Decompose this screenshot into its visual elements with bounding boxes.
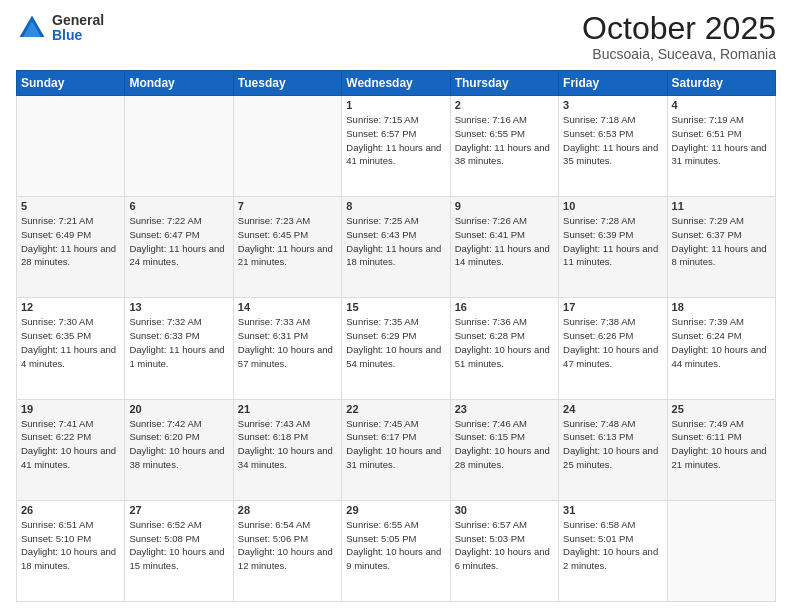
location-subtitle: Bucsoaia, Suceava, Romania [582,46,776,62]
table-row [667,500,775,601]
day-number: 12 [21,301,120,313]
day-number: 20 [129,403,228,415]
day-number: 21 [238,403,337,415]
calendar-week-row: 26Sunrise: 6:51 AM Sunset: 5:10 PM Dayli… [17,500,776,601]
day-info: Sunrise: 7:46 AM Sunset: 6:15 PM Dayligh… [455,417,554,472]
calendar-table: Sunday Monday Tuesday Wednesday Thursday… [16,70,776,602]
logo-icon [16,12,48,44]
day-number: 8 [346,200,445,212]
col-sunday: Sunday [17,71,125,96]
table-row: 26Sunrise: 6:51 AM Sunset: 5:10 PM Dayli… [17,500,125,601]
day-number: 31 [563,504,662,516]
day-info: Sunrise: 7:32 AM Sunset: 6:33 PM Dayligh… [129,315,228,370]
calendar-week-row: 19Sunrise: 7:41 AM Sunset: 6:22 PM Dayli… [17,399,776,500]
table-row [233,96,341,197]
table-row [17,96,125,197]
day-info: Sunrise: 6:58 AM Sunset: 5:01 PM Dayligh… [563,518,662,573]
table-row: 29Sunrise: 6:55 AM Sunset: 5:05 PM Dayli… [342,500,450,601]
col-wednesday: Wednesday [342,71,450,96]
table-row: 16Sunrise: 7:36 AM Sunset: 6:28 PM Dayli… [450,298,558,399]
day-number: 11 [672,200,771,212]
day-number: 9 [455,200,554,212]
day-number: 22 [346,403,445,415]
logo-general-text: General [52,13,104,28]
day-number: 3 [563,99,662,111]
day-number: 7 [238,200,337,212]
table-row: 14Sunrise: 7:33 AM Sunset: 6:31 PM Dayli… [233,298,341,399]
day-info: Sunrise: 7:19 AM Sunset: 6:51 PM Dayligh… [672,113,771,168]
col-saturday: Saturday [667,71,775,96]
day-info: Sunrise: 6:51 AM Sunset: 5:10 PM Dayligh… [21,518,120,573]
logo-blue-text: Blue [52,28,104,43]
table-row: 10Sunrise: 7:28 AM Sunset: 6:39 PM Dayli… [559,197,667,298]
table-row: 23Sunrise: 7:46 AM Sunset: 6:15 PM Dayli… [450,399,558,500]
day-info: Sunrise: 7:16 AM Sunset: 6:55 PM Dayligh… [455,113,554,168]
day-info: Sunrise: 7:26 AM Sunset: 6:41 PM Dayligh… [455,214,554,269]
day-number: 1 [346,99,445,111]
table-row [125,96,233,197]
col-friday: Friday [559,71,667,96]
day-number: 14 [238,301,337,313]
day-info: Sunrise: 7:48 AM Sunset: 6:13 PM Dayligh… [563,417,662,472]
day-number: 17 [563,301,662,313]
table-row: 9Sunrise: 7:26 AM Sunset: 6:41 PM Daylig… [450,197,558,298]
day-number: 26 [21,504,120,516]
table-row: 17Sunrise: 7:38 AM Sunset: 6:26 PM Dayli… [559,298,667,399]
table-row: 2Sunrise: 7:16 AM Sunset: 6:55 PM Daylig… [450,96,558,197]
day-info: Sunrise: 7:41 AM Sunset: 6:22 PM Dayligh… [21,417,120,472]
day-info: Sunrise: 7:33 AM Sunset: 6:31 PM Dayligh… [238,315,337,370]
calendar-header-row: Sunday Monday Tuesday Wednesday Thursday… [17,71,776,96]
calendar-week-row: 5Sunrise: 7:21 AM Sunset: 6:49 PM Daylig… [17,197,776,298]
day-info: Sunrise: 7:29 AM Sunset: 6:37 PM Dayligh… [672,214,771,269]
day-info: Sunrise: 7:23 AM Sunset: 6:45 PM Dayligh… [238,214,337,269]
table-row: 11Sunrise: 7:29 AM Sunset: 6:37 PM Dayli… [667,197,775,298]
calendar-week-row: 1Sunrise: 7:15 AM Sunset: 6:57 PM Daylig… [17,96,776,197]
day-info: Sunrise: 7:30 AM Sunset: 6:35 PM Dayligh… [21,315,120,370]
table-row: 27Sunrise: 6:52 AM Sunset: 5:08 PM Dayli… [125,500,233,601]
table-row: 4Sunrise: 7:19 AM Sunset: 6:51 PM Daylig… [667,96,775,197]
day-number: 29 [346,504,445,516]
table-row: 12Sunrise: 7:30 AM Sunset: 6:35 PM Dayli… [17,298,125,399]
header: General Blue October 2025 Bucsoaia, Suce… [16,12,776,62]
day-number: 28 [238,504,337,516]
day-info: Sunrise: 7:25 AM Sunset: 6:43 PM Dayligh… [346,214,445,269]
table-row: 1Sunrise: 7:15 AM Sunset: 6:57 PM Daylig… [342,96,450,197]
day-info: Sunrise: 7:21 AM Sunset: 6:49 PM Dayligh… [21,214,120,269]
day-info: Sunrise: 7:42 AM Sunset: 6:20 PM Dayligh… [129,417,228,472]
col-thursday: Thursday [450,71,558,96]
table-row: 5Sunrise: 7:21 AM Sunset: 6:49 PM Daylig… [17,197,125,298]
day-number: 27 [129,504,228,516]
table-row: 15Sunrise: 7:35 AM Sunset: 6:29 PM Dayli… [342,298,450,399]
title-block: October 2025 Bucsoaia, Suceava, Romania [582,12,776,62]
day-number: 6 [129,200,228,212]
day-info: Sunrise: 7:15 AM Sunset: 6:57 PM Dayligh… [346,113,445,168]
day-number: 5 [21,200,120,212]
calendar-week-row: 12Sunrise: 7:30 AM Sunset: 6:35 PM Dayli… [17,298,776,399]
day-info: Sunrise: 7:43 AM Sunset: 6:18 PM Dayligh… [238,417,337,472]
day-info: Sunrise: 7:18 AM Sunset: 6:53 PM Dayligh… [563,113,662,168]
day-info: Sunrise: 6:57 AM Sunset: 5:03 PM Dayligh… [455,518,554,573]
table-row: 28Sunrise: 6:54 AM Sunset: 5:06 PM Dayli… [233,500,341,601]
day-number: 23 [455,403,554,415]
day-info: Sunrise: 7:49 AM Sunset: 6:11 PM Dayligh… [672,417,771,472]
col-monday: Monday [125,71,233,96]
table-row: 19Sunrise: 7:41 AM Sunset: 6:22 PM Dayli… [17,399,125,500]
table-row: 3Sunrise: 7:18 AM Sunset: 6:53 PM Daylig… [559,96,667,197]
day-number: 24 [563,403,662,415]
table-row: 20Sunrise: 7:42 AM Sunset: 6:20 PM Dayli… [125,399,233,500]
logo-text: General Blue [52,13,104,44]
day-info: Sunrise: 7:39 AM Sunset: 6:24 PM Dayligh… [672,315,771,370]
day-number: 16 [455,301,554,313]
day-number: 19 [21,403,120,415]
day-info: Sunrise: 7:38 AM Sunset: 6:26 PM Dayligh… [563,315,662,370]
table-row: 8Sunrise: 7:25 AM Sunset: 6:43 PM Daylig… [342,197,450,298]
day-number: 10 [563,200,662,212]
day-number: 4 [672,99,771,111]
day-info: Sunrise: 6:54 AM Sunset: 5:06 PM Dayligh… [238,518,337,573]
day-info: Sunrise: 7:22 AM Sunset: 6:47 PM Dayligh… [129,214,228,269]
table-row: 21Sunrise: 7:43 AM Sunset: 6:18 PM Dayli… [233,399,341,500]
month-title: October 2025 [582,12,776,44]
table-row: 30Sunrise: 6:57 AM Sunset: 5:03 PM Dayli… [450,500,558,601]
day-info: Sunrise: 7:45 AM Sunset: 6:17 PM Dayligh… [346,417,445,472]
day-info: Sunrise: 7:35 AM Sunset: 6:29 PM Dayligh… [346,315,445,370]
